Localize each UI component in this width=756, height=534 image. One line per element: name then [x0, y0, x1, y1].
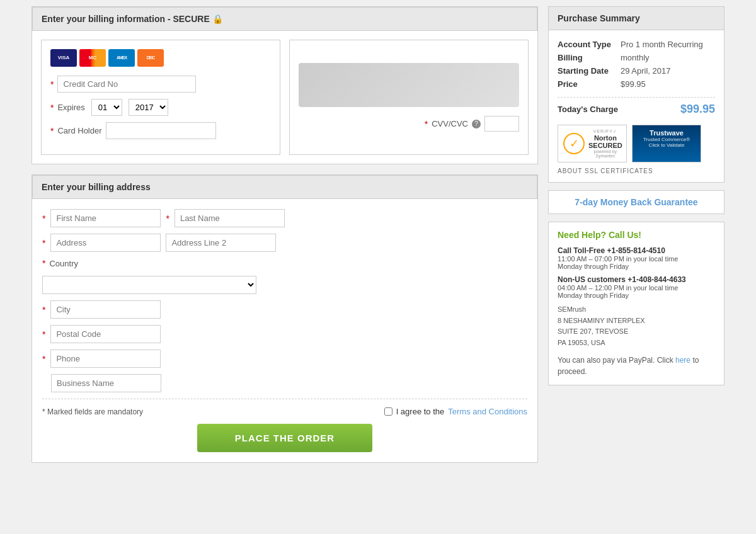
country-star: *: [42, 258, 45, 268]
address-form: * * * * Country: [32, 199, 537, 462]
paypal-note: You can also pay via PayPal. Click here …: [558, 355, 715, 377]
place-order-button[interactable]: PLACE THE ORDER: [197, 424, 372, 452]
country-select[interactable]: United States United Kingdom Canada: [42, 276, 256, 294]
expires-row: * Expires 01020304 05060708 09101112 201…: [50, 99, 271, 116]
billing-address-section: Enter your billing address * * *: [32, 174, 538, 463]
trustwave-sub: Trusted Commerce®: [643, 137, 690, 142]
price-label: Price: [558, 77, 621, 91]
visa-logo: VISA: [50, 49, 77, 67]
summary-body: Account Type Pro 1 month Recurring Billi…: [549, 30, 724, 182]
paypal-text-before: You can also pay via PayPal. Click: [558, 356, 673, 365]
summary-row-billing: Billing monthly: [558, 51, 715, 64]
firstname-star: *: [42, 213, 45, 224]
paypal-link[interactable]: here: [675, 356, 690, 365]
amex-logo: AMEX: [108, 49, 135, 67]
today-charge-label: Today's Charge: [558, 105, 618, 114]
help-title: Need Help? Call Us!: [558, 230, 715, 240]
country-label: Country: [49, 259, 78, 268]
non-us-hours-text: 04:00 AM – 12:00 PM in your local time: [558, 284, 678, 292]
first-name-input[interactable]: [50, 209, 161, 227]
us-phone: Call Toll-Free +1-855-814-4510: [558, 246, 715, 255]
starting-date-label: Starting Date: [558, 64, 621, 77]
summary-row-starting: Starting Date 29 April, 2017: [558, 64, 715, 77]
address-line3: PA 19053, USA: [558, 339, 605, 346]
business-row: [42, 374, 527, 392]
cvv-input[interactable]: [484, 116, 519, 132]
cardholder-label: Card Holder: [57, 126, 101, 135]
expires-month-select[interactable]: 01020304 05060708 09101112: [91, 99, 122, 116]
terms-row: I agree to the Terms and Conditions: [384, 407, 527, 416]
billing-info-title: Enter your billing information - SECURE …: [42, 14, 223, 24]
city-row: *: [42, 300, 527, 319]
phone-star: *: [42, 354, 45, 364]
terms-prefix: I agree to the: [396, 407, 445, 416]
terms-checkbox[interactable]: [384, 407, 392, 416]
billing-info-section: Enter your billing information - SECURE …: [32, 6, 538, 164]
card-left-panel: VISA MC AMEX DISC * * Expires 01020304: [41, 40, 280, 155]
cardholder-input[interactable]: [106, 122, 216, 139]
address-input[interactable]: [50, 234, 161, 252]
us-hours-text: 11:00 AM – 07:00 PM in your local time: [558, 255, 678, 263]
business-name-input[interactable]: [51, 374, 161, 392]
credit-card-input[interactable]: [57, 76, 196, 93]
billing-address-title: Enter your billing address: [42, 182, 151, 192]
mandatory-note: * Marked fields are mandatory: [42, 407, 143, 416]
norton-badge[interactable]: ✓ VERIFY✓ Norton SECURED powered by Syma…: [558, 125, 627, 162]
city-input[interactable]: [50, 300, 161, 319]
lastname-star: *: [166, 213, 169, 224]
norton-check-icon: ✓: [563, 133, 585, 154]
non-us-days-text: Monday through Friday: [558, 292, 629, 299]
cvv-required-star: *: [425, 119, 428, 129]
summary-table: Account Type Pro 1 month Recurring Billi…: [558, 38, 715, 91]
phone-input[interactable]: [50, 349, 161, 368]
cvv-help-icon[interactable]: ?: [472, 120, 481, 128]
address-line1: 8 NESHAMINY INTERPLEX: [558, 317, 645, 324]
terms-link[interactable]: Terms and Conditions: [448, 407, 527, 416]
norton-symantec-text: powered by Symantec: [588, 149, 622, 158]
trustwave-click: Click to Validate: [649, 142, 685, 148]
cardholder-required-star: *: [50, 126, 54, 136]
today-charge-amount: $99.95: [680, 103, 715, 116]
address-star: *: [42, 238, 45, 248]
expires-year-select[interactable]: 2017201820192020 202120222023: [129, 99, 168, 116]
trust-badges: ✓ VERIFY✓ Norton SECURED powered by Syma…: [558, 125, 715, 162]
company-name: SEMrush: [558, 305, 586, 313]
summary-divider: [558, 97, 715, 98]
today-charge-row: Today's Charge $99.95: [558, 103, 715, 116]
postal-input[interactable]: [50, 325, 161, 343]
billing-info-header: Enter your billing information - SECURE …: [32, 7, 537, 31]
account-type-value: Pro 1 month Recurring: [621, 38, 715, 51]
purchase-summary: Purchase Summary Account Type Pro 1 mont…: [548, 6, 724, 183]
phone-row: *: [42, 349, 527, 368]
address-line2: SUITE 207, TREVOSE: [558, 327, 628, 335]
postal-row: *: [42, 325, 527, 343]
price-value: $99.95: [621, 77, 715, 91]
trustwave-badge[interactable]: Trustwave Trusted Commerce® Click to Val…: [632, 125, 701, 162]
about-ssl-link[interactable]: ABOUT SSL CERTIFICATES: [558, 168, 715, 174]
card-visual: [299, 63, 519, 107]
help-section: Need Help? Call Us! Call Toll-Free +1-85…: [548, 222, 724, 385]
summary-row-price: Price $99.95: [558, 77, 715, 91]
starting-date-value: 29 April, 2017: [621, 64, 715, 77]
billing-value: monthly: [621, 51, 715, 64]
form-footer: * Marked fields are mandatory I agree to…: [42, 399, 527, 416]
non-us-hours: 04:00 AM – 12:00 PM in your local time M…: [558, 284, 715, 299]
card-form-area: VISA MC AMEX DISC * * Expires 01020304: [32, 31, 537, 164]
country-row: * Country United States United Kingdom C…: [42, 258, 527, 294]
cvv-row: * CVV/CVC ?: [425, 116, 519, 132]
norton-verify-text: VERIFY✓: [588, 129, 622, 134]
city-star: *: [42, 305, 45, 315]
address2-input[interactable]: [166, 234, 276, 252]
postal-star: *: [42, 329, 45, 339]
card-right-panel: * CVV/CVC ?: [289, 40, 529, 155]
billing-address-header: Enter your billing address: [32, 175, 537, 199]
name-row: * *: [42, 209, 527, 227]
cc-row: *: [50, 76, 271, 93]
summary-row-account: Account Type Pro 1 month Recurring: [558, 38, 715, 51]
summary-header: Purchase Summary: [549, 7, 724, 30]
last-name-input[interactable]: [175, 209, 285, 227]
norton-secured-text: Norton SECURED: [588, 134, 622, 149]
trustwave-title: Trustwave: [650, 129, 684, 137]
us-days-text: Monday through Friday: [558, 263, 629, 270]
address-row: *: [42, 234, 527, 252]
